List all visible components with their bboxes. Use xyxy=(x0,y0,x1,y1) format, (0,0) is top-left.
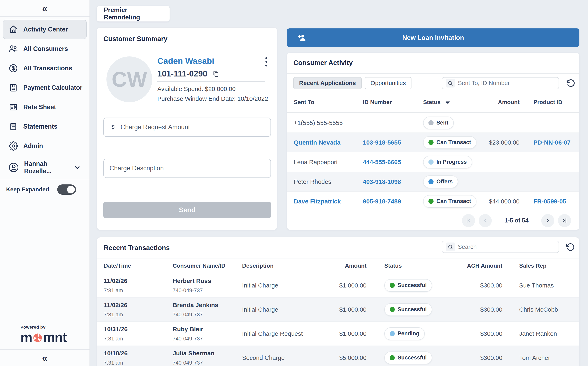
sidebar-item-admin[interactable]: Admin xyxy=(3,136,87,156)
home-icon xyxy=(8,25,18,34)
app-root: « Activity Center All Consumers All Tran… xyxy=(0,0,588,366)
product-id-link[interactable]: PD-NN-06-07 xyxy=(533,139,571,146)
amount-value: $1,000.00 xyxy=(339,306,366,313)
transactions-search xyxy=(442,241,559,253)
available-spend: Available Spend: $20,000.00 xyxy=(157,85,236,92)
consumer-activity-rows: +1(555) 555-5555 Sent Quentin Nevada 103… xyxy=(287,113,579,211)
status-badge: Pending xyxy=(384,327,425,340)
col-description: Description xyxy=(242,263,274,269)
table-row[interactable]: 10/18/267:31 am Julia Sherman740-049-737… xyxy=(97,346,579,366)
sidebar-item-all-consumers[interactable]: All Consumers xyxy=(3,39,87,59)
sidebar: « Activity Center All Consumers All Tran… xyxy=(0,0,90,366)
consumer-activity-search xyxy=(442,77,559,89)
customer-name-link[interactable]: Caden Wasabi xyxy=(157,56,214,66)
col-status: Status xyxy=(423,99,451,106)
avatar: CW xyxy=(106,56,152,102)
table-row[interactable]: Peter Rhodes 403-918-1098 Offers xyxy=(287,172,579,191)
transactions-table-header: Date/Time Consumer Name/ID Description A… xyxy=(97,259,579,273)
sidebar-item-activity-center[interactable]: Activity Center xyxy=(3,20,87,39)
table-row[interactable]: +1(555) 555-5555 Sent xyxy=(287,113,579,133)
sent-to-value: Peter Rhodes xyxy=(294,178,331,185)
avatar-initials: CW xyxy=(112,67,147,92)
consumer-name-id-value: Herbert Ross740-049-737 xyxy=(173,277,211,293)
refresh-icon[interactable] xyxy=(565,242,575,252)
amount-value: $1,000.00 xyxy=(339,330,366,337)
dollar-circle-icon xyxy=(8,64,18,73)
status-badge: Successful xyxy=(384,303,432,316)
id-number-link[interactable]: 444-555-6665 xyxy=(363,159,401,166)
status-badge: Can Transact xyxy=(423,136,476,149)
filter-icon[interactable] xyxy=(444,99,451,106)
consumer-name-link[interactable]: Dave Fitzpatrick xyxy=(294,198,341,205)
ach-amount-value: $300.00 xyxy=(480,306,502,313)
tab-recent-applications[interactable]: Recent Applications xyxy=(293,77,362,89)
customer-phone: 101-111-0290 xyxy=(157,69,220,78)
consumer-activity-tabs: Recent Applications Opportunities xyxy=(293,77,411,89)
sidebar-item-rate-sheet[interactable]: Rate Sheet xyxy=(3,97,87,117)
sidebar-collapse-button-bottom[interactable]: « xyxy=(0,350,89,366)
dollar-icon xyxy=(110,124,116,131)
id-number-link[interactable]: 905-918-7489 xyxy=(363,198,401,205)
keep-expanded-toggle[interactable] xyxy=(57,184,76,195)
table-row[interactable]: Quentin Nevada 103-918-5655 Can Transact… xyxy=(287,133,579,152)
charge-description-input[interactable] xyxy=(110,165,265,172)
description-value: Initial Charge xyxy=(242,282,278,289)
kebab-menu-button[interactable] xyxy=(262,55,271,68)
table-row[interactable]: Lena Rappaport 444-555-6665 In Progress xyxy=(287,152,579,172)
chevrons-left-icon: « xyxy=(42,352,48,364)
first-page-button[interactable] xyxy=(462,214,475,227)
amount-value: $1,000.00 xyxy=(339,282,366,289)
sidebar-item-label: Admin xyxy=(23,142,43,150)
col-sales-rep: Sales Rep xyxy=(519,263,547,269)
col-ach-amount: ACH Amount xyxy=(467,263,502,269)
table-row[interactable]: 10/31/267:31 am Ruby Blair740-049-737 In… xyxy=(97,322,579,346)
sales-rep-value: Tom Archer xyxy=(519,354,550,361)
merchant-tab[interactable]: Premier Remodeling xyxy=(97,6,170,22)
send-button[interactable]: Send xyxy=(103,202,271,218)
consumer-activity-card: Consumer Activity Recent Applications Op… xyxy=(287,53,580,230)
sidebar-item-label: Payment Calculator xyxy=(23,84,82,92)
transactions-search-input[interactable] xyxy=(458,244,540,250)
momnt-swirl-icon xyxy=(32,333,43,343)
ach-amount-value: $300.00 xyxy=(480,282,502,289)
sidebar-collapse-button[interactable]: « xyxy=(0,0,89,16)
new-loan-invitation-button[interactable]: New Loan Invitation xyxy=(287,28,580,47)
sidebar-item-label: Rate Sheet xyxy=(23,103,56,111)
brand-block: Powered by m mnt xyxy=(0,325,89,349)
sales-rep-value: Janet Ranken xyxy=(519,330,557,337)
table-row[interactable]: 11/02/267:31 am Brenda Jenkins740-049-73… xyxy=(97,297,579,322)
purchase-window-end-date: Purchase Window End Date: 10/10/2022 xyxy=(157,95,268,102)
search-icon xyxy=(446,79,455,88)
amount-value: $5,000.00 xyxy=(339,354,366,361)
last-page-button[interactable] xyxy=(558,214,571,227)
sidebar-spacer xyxy=(0,200,89,325)
status-badge: Successful xyxy=(384,351,432,364)
sidebar-user-menu[interactable]: Hannah Rozelle... xyxy=(0,156,89,179)
tab-opportunities[interactable]: Opportunities xyxy=(365,77,412,89)
consumer-name-link[interactable]: Quentin Nevada xyxy=(294,139,340,146)
id-number-link[interactable]: 403-918-1098 xyxy=(363,178,401,185)
search-icon xyxy=(446,243,455,251)
status-badge: In Progress xyxy=(423,156,472,168)
sidebar-item-all-transactions[interactable]: All Transactions xyxy=(3,59,87,78)
charge-amount-input[interactable] xyxy=(120,123,265,131)
product-id-link[interactable]: FR-0599-05 xyxy=(533,198,566,205)
id-number-link[interactable]: 103-918-5655 xyxy=(363,139,401,146)
sidebar-item-statements[interactable]: Statements xyxy=(3,117,87,136)
date-time-value: 11/02/267:31 am xyxy=(104,277,127,293)
recent-transactions-title: Recent Transactions xyxy=(104,244,170,252)
table-row[interactable]: Dave Fitzpatrick 905-918-7489 Can Transa… xyxy=(287,191,579,211)
status-badge: Successful xyxy=(384,279,432,292)
copy-icon[interactable] xyxy=(212,70,220,78)
main-content: Premier Remodeling Customer Summary CW C… xyxy=(90,0,588,366)
next-page-button[interactable] xyxy=(541,214,554,227)
sidebar-item-payment-calculator[interactable]: Payment Calculator xyxy=(3,78,87,97)
consumer-activity-header: Consumer Activity xyxy=(287,53,579,74)
consumer-activity-search-input[interactable] xyxy=(458,80,540,86)
rate-sheet-icon xyxy=(8,102,18,112)
pagination: 1-5 of 54 xyxy=(287,211,579,230)
date-time-value: 10/31/267:31 am xyxy=(104,326,128,342)
previous-page-button[interactable] xyxy=(479,214,492,227)
refresh-icon[interactable] xyxy=(566,78,576,88)
table-row[interactable]: 11/02/267:31 am Herbert Ross740-049-737 … xyxy=(97,273,579,297)
